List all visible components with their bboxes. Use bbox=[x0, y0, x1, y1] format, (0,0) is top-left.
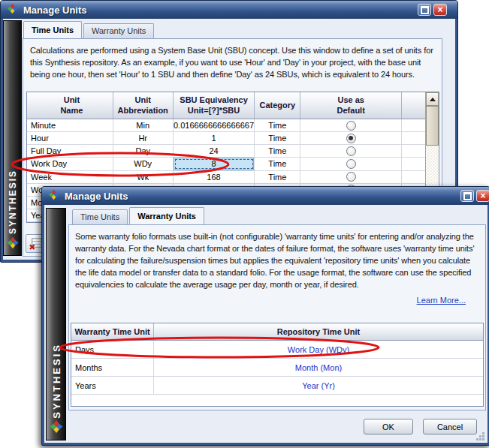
use-as-default-radio[interactable] bbox=[346, 121, 356, 131]
units-table-header: UnitName UnitAbbreviation SBU Equivalenc… bbox=[27, 92, 425, 119]
unit-abbr-cell[interactable]: Min bbox=[113, 119, 174, 131]
category-cell[interactable]: Time bbox=[255, 171, 300, 183]
learn-more-link[interactable]: Learn More... bbox=[417, 296, 466, 305]
synthesis-logo-icon bbox=[6, 236, 19, 252]
brand-text: SYNTHESIS bbox=[50, 343, 62, 419]
synthesis-brand-bar: SYNTHESIS bbox=[46, 208, 66, 440]
unit-name-cell[interactable]: Full Day bbox=[27, 145, 113, 157]
warranty-row-years: Years Year (Yr) bbox=[71, 377, 483, 395]
warranty-row-months: Months Month (Mon) bbox=[71, 359, 483, 377]
warranty-row-days: Days Work Day (WDy) bbox=[71, 341, 483, 359]
warranty-units-description: Some warranty folio formats use built-in… bbox=[75, 230, 482, 290]
unit-name-cell[interactable]: Week bbox=[27, 171, 113, 183]
default-cell bbox=[300, 158, 402, 170]
header-sbu-equivalency: SBU EquivalencyUnit=[?]*SBU bbox=[174, 92, 255, 119]
default-cell bbox=[300, 119, 402, 131]
unit-name-cell[interactable]: Work Day bbox=[27, 158, 113, 170]
header-filler bbox=[402, 92, 425, 119]
category-cell[interactable]: Time bbox=[255, 119, 300, 131]
repository-unit-link[interactable]: Work Day (WDy) bbox=[154, 341, 483, 358]
resize-grip[interactable] bbox=[475, 431, 485, 441]
category-cell[interactable]: Time bbox=[255, 158, 300, 170]
header-unit-name: UnitName bbox=[27, 92, 113, 119]
default-cell bbox=[300, 145, 402, 157]
header-warranty-time-unit: Warranty Time Unit bbox=[71, 323, 154, 340]
use-as-default-radio[interactable] bbox=[346, 134, 356, 143]
restore-button[interactable] bbox=[418, 4, 431, 16]
tab-time-units[interactable]: Time Units bbox=[72, 209, 128, 224]
restore-button[interactable] bbox=[460, 190, 474, 202]
unit-abbr-cell[interactable]: Day bbox=[113, 145, 174, 157]
unit-abbr-cell[interactable]: WDy bbox=[113, 158, 174, 170]
titlebar[interactable]: Manage Units bbox=[1, 1, 457, 19]
unit-abbr-cell[interactable]: Hr bbox=[113, 132, 174, 144]
close-button[interactable]: × bbox=[476, 190, 489, 202]
window-title: Manage Units bbox=[23, 5, 87, 16]
unit-name-cell[interactable]: Hour bbox=[27, 132, 113, 144]
header-use-as-default: Use asDefault bbox=[300, 92, 402, 119]
titlebar-buttons: × bbox=[460, 190, 489, 202]
manage-units-window-front: Manage Units × SYNTHESIS Time Units Warr… bbox=[41, 186, 489, 446]
header-category: Category bbox=[255, 92, 300, 119]
unit-name-cell[interactable]: Minute bbox=[27, 119, 113, 131]
delete-unit-icon bbox=[29, 236, 43, 251]
cancel-button[interactable]: Cancel bbox=[423, 419, 477, 434]
app-icon bbox=[48, 189, 59, 203]
unit-row-hour: Hour Hr 1 Time bbox=[27, 132, 425, 145]
tab-warranty-units[interactable]: Warranty Units bbox=[83, 23, 154, 38]
tab-time-units[interactable]: Time Units bbox=[23, 21, 82, 38]
warranty-units-tabpage: Some warranty folio formats use built-in… bbox=[68, 224, 486, 410]
titlebar-buttons: × bbox=[418, 4, 447, 16]
synthesis-brand-bar: SYNTHESIS bbox=[3, 20, 22, 256]
synthesis-logo-icon bbox=[49, 419, 63, 437]
default-cell bbox=[300, 171, 402, 183]
unit-row-minute: Minute Min 0.0166666666666667 Time bbox=[27, 119, 425, 132]
app-icon bbox=[7, 3, 18, 17]
sbu-cell[interactable]: 168 bbox=[174, 171, 255, 183]
warranty-table-header: Warranty Time Unit Repository Time Unit bbox=[71, 323, 483, 341]
unit-abbr-cell[interactable]: Wk bbox=[113, 171, 174, 183]
warranty-table: Warranty Time Unit Repository Time Unit … bbox=[71, 323, 484, 407]
window-title: Manage Units bbox=[65, 191, 128, 202]
repository-unit-link[interactable]: Year (Yr) bbox=[154, 377, 483, 394]
scrollbar-thumb[interactable] bbox=[426, 106, 439, 146]
header-unit-abbreviation: UnitAbbreviation bbox=[113, 92, 174, 119]
tabstrip: Time Units Warranty Units bbox=[72, 206, 206, 224]
use-as-default-radio[interactable] bbox=[346, 172, 356, 182]
default-cell bbox=[300, 132, 402, 144]
unit-row-work-day: Work Day WDy 8 Time bbox=[27, 158, 425, 170]
warranty-unit-cell: Months bbox=[71, 359, 154, 376]
brand-text: SYNTHESIS bbox=[8, 170, 18, 234]
sbu-cell-selected[interactable]: 8 bbox=[174, 158, 255, 170]
repository-unit-link[interactable]: Month (Mon) bbox=[154, 359, 483, 376]
unit-row-full-day: Full Day Day 24 Time bbox=[27, 145, 425, 158]
warranty-unit-cell: Days bbox=[71, 341, 154, 358]
ok-button[interactable]: OK bbox=[364, 419, 413, 434]
up-arrow-icon bbox=[430, 98, 436, 101]
tabstrip: Time Units Warranty Units bbox=[23, 22, 155, 38]
warranty-unit-cell: Years bbox=[71, 377, 154, 394]
close-button[interactable]: × bbox=[433, 4, 447, 16]
use-as-default-radio[interactable] bbox=[346, 146, 356, 156]
time-units-description: Calculations are performed using a Syste… bbox=[30, 44, 440, 80]
tab-warranty-units[interactable]: Warranty Units bbox=[129, 207, 204, 224]
category-cell[interactable]: Time bbox=[255, 132, 300, 144]
use-as-default-radio[interactable] bbox=[346, 159, 356, 169]
screen: Manage Units × SYNTHESIS Time Units Warr… bbox=[0, 0, 489, 448]
header-repository-time-unit: Repository Time Unit bbox=[154, 323, 483, 340]
unit-row-week: Week Wk 168 Time bbox=[27, 171, 425, 184]
titlebar[interactable]: Manage Units bbox=[42, 187, 489, 205]
scroll-up-button[interactable] bbox=[426, 92, 439, 106]
sbu-cell[interactable]: 0.0166666666666667 bbox=[174, 119, 255, 131]
sbu-cell[interactable]: 24 bbox=[174, 145, 255, 157]
sbu-cell[interactable]: 1 bbox=[174, 132, 255, 144]
category-cell[interactable]: Time bbox=[255, 145, 300, 157]
